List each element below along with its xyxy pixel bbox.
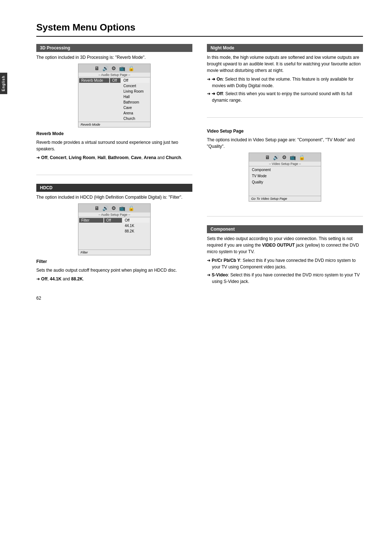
osd-icon-3: ⚙ bbox=[111, 65, 116, 71]
osd-icon-1: 🖥 bbox=[94, 65, 99, 71]
reverb-mode-arrow: ➜ Off, Concert, Living Room, Hall, Bathr… bbox=[36, 154, 192, 161]
hdcd-icon-5: 🔒 bbox=[128, 205, 134, 211]
osd-option-bathroom: Bathroom bbox=[79, 100, 150, 105]
component-header: Component bbox=[207, 225, 363, 233]
video-icon-1: 🖥 bbox=[265, 154, 270, 160]
video-icon-3: ⚙ bbox=[282, 154, 287, 160]
hdcd-osd-label: – Audio Setup Page – bbox=[78, 212, 150, 217]
arrow-off-bold: ➜ Off bbox=[212, 91, 223, 96]
hdcd-osd-table: Filter Off Off 44.1K 88.2K bbox=[78, 217, 150, 250]
osd-option-arena: Arena bbox=[79, 111, 150, 116]
osd-option-88k: 88.2K bbox=[79, 229, 150, 234]
video-osd-icons: 🖥 🔊 ⚙ 📺 🔒 bbox=[249, 153, 321, 162]
video-setup-desc: The options included in Video Setup page… bbox=[207, 137, 363, 150]
osd-option-44k: 44.1K bbox=[79, 223, 150, 228]
hdcd-header: HDCD bbox=[36, 184, 192, 192]
osd-option-church: Church bbox=[79, 116, 150, 121]
night-mode-arrow-off: ➜ ➜ Off: Select this when you want to en… bbox=[207, 90, 363, 104]
osd-row-quality: Quality bbox=[250, 179, 320, 185]
osd-component-label: Component bbox=[250, 167, 320, 173]
osd-icon-4: 📺 bbox=[119, 65, 125, 71]
arrow-icon-filter: ➜ bbox=[36, 276, 40, 281]
osd-3d-footer: Reverb Mode bbox=[78, 122, 150, 127]
hdcd-icon-4: 📺 bbox=[119, 205, 125, 211]
arrow-on-text: : Select this to level out the volume. T… bbox=[212, 77, 354, 88]
osd-filter-val: Off bbox=[123, 218, 150, 223]
filter-desc: Sets the audio output cutoff frequency p… bbox=[36, 267, 192, 274]
osd-reverb-off: Off bbox=[110, 78, 121, 83]
filter-options: Off, 44.1K and 88.2K. bbox=[41, 276, 84, 281]
osd-3d-label: – Audio Setup Page – bbox=[78, 73, 150, 77]
osd-option-hall: Hall bbox=[79, 94, 150, 99]
video-icon-5: 🔒 bbox=[299, 154, 305, 160]
page-number: 62 bbox=[36, 296, 41, 301]
osd-filter-off: Off bbox=[104, 218, 122, 223]
video-icon-4: 📺 bbox=[290, 154, 296, 160]
osd-reverb-val: Off bbox=[121, 78, 150, 83]
osd-reverb-label: Reverb Mode bbox=[79, 78, 109, 83]
hdcd-osd-footer: Filter bbox=[78, 250, 150, 255]
osd-quality-label: Quality bbox=[250, 179, 320, 185]
hdcd-osd-icons: 🖥 🔊 ⚙ 📺 🔒 bbox=[78, 204, 150, 212]
osd-icons-bar: 🖥 🔊 ⚙ 📺 🔒 bbox=[78, 64, 150, 73]
hdcd-icon-3: ⚙ bbox=[111, 205, 116, 211]
osd-row-component: Component bbox=[250, 167, 320, 173]
section-component: Component Sets the video output accordin… bbox=[207, 225, 363, 287]
video-osd-screenshot: 🖥 🔊 ⚙ 📺 🔒 – Video Setup Page – Component… bbox=[249, 153, 321, 202]
divider-2 bbox=[207, 117, 363, 118]
reverb-options: Off, Concert, Living Room, Hall, Bathroo… bbox=[41, 155, 182, 160]
arrow-off-text: : Select this when you want to enjoy the… bbox=[212, 91, 352, 103]
component-arrow-pr: ➜ Pr/Cr Pb/Cb Y: Select this if you have… bbox=[207, 257, 363, 270]
osd-filter-label: Filter bbox=[79, 218, 103, 223]
video-icon-2: 🔊 bbox=[273, 154, 279, 160]
pr-bold: Pr/Cr Pb/Cb Y bbox=[212, 258, 240, 263]
section-video-setup: Video Setup Page The options included in… bbox=[207, 126, 363, 204]
sv-text: : Select this if you have connected the … bbox=[212, 272, 360, 284]
sv-bold: S-Video bbox=[212, 272, 228, 278]
page-title: System Menu Options bbox=[36, 22, 363, 37]
arrow-pr-icon: ➜ bbox=[207, 258, 212, 263]
section-night-mode: Night Mode In this mode, the high volume… bbox=[207, 44, 363, 106]
osd-empty-3 bbox=[79, 244, 150, 249]
osd-3d-table: Reverb Mode Off Off Concert Living Room … bbox=[78, 77, 150, 122]
osd-empty-v1 bbox=[250, 186, 320, 190]
night-mode-desc1: In this mode, the high volume outputs ar… bbox=[207, 54, 363, 74]
3d-osd-screenshot: 🖥 🔊 ⚙ 📺 🔒 – Audio Setup Page – Reverb Mo… bbox=[78, 64, 151, 127]
night-mode-arrow-on: ➜ ➜ On: Select this to level out the vol… bbox=[207, 76, 363, 89]
arrow-icon-reverb: ➜ bbox=[36, 155, 40, 160]
page: English System Menu Options 3D Processin… bbox=[0, 0, 392, 312]
video-setup-title: Video Setup Page bbox=[207, 128, 363, 134]
two-column-layout: 3D Processing The option included in 3D … bbox=[36, 44, 363, 290]
component-arrow-sv: ➜ S-Video: Select this if you have conne… bbox=[207, 272, 363, 285]
section-3d-processing: 3D Processing The option included in 3D … bbox=[36, 44, 192, 163]
component-desc1: Sets the video output according to your … bbox=[207, 235, 363, 255]
osd-empty-2 bbox=[79, 239, 150, 244]
osd-option-concert: Concert bbox=[79, 84, 150, 88]
osd-option-cave: Cave bbox=[79, 105, 150, 110]
arrow-on-icon: ➜ bbox=[207, 77, 212, 82]
divider-1 bbox=[36, 175, 192, 175]
filter-arrow: ➜ Off, 44.1K and 88.2K. bbox=[36, 276, 192, 282]
osd-empty-1 bbox=[79, 234, 150, 239]
video-osd-label: – Video Setup Page – bbox=[249, 162, 321, 166]
video-osd-footer: Go To Video Setup Page bbox=[249, 196, 321, 201]
divider-3 bbox=[207, 216, 363, 216]
hdcd-icon-1: 🖥 bbox=[94, 205, 99, 211]
reverb-mode-desc: Reverb mode provides a virtual surround … bbox=[36, 139, 192, 152]
hdcd-osd-screenshot: 🖥 🔊 ⚙ 📺 🔒 – Audio Setup Page – Filter Of… bbox=[78, 203, 151, 255]
hdcd-intro: The option included in HDCD (High Defini… bbox=[36, 194, 192, 200]
arrow-off-icon: ➜ bbox=[207, 91, 212, 96]
osd-icon-5: 🔒 bbox=[128, 65, 134, 71]
hdcd-icon-2: 🔊 bbox=[102, 205, 109, 211]
video-osd-table: Component TV Mode Quality bbox=[249, 166, 321, 196]
osd-row-tvmode: TV Mode bbox=[250, 173, 320, 179]
osd-icon-2: 🔊 bbox=[102, 65, 109, 71]
right-column: Night Mode In this mode, the high volume… bbox=[207, 44, 363, 290]
osd-row-reverb: Reverb Mode Off Off bbox=[79, 78, 150, 83]
arrow-sv-icon: ➜ bbox=[207, 272, 212, 278]
osd-tvmode-label: TV Mode bbox=[250, 173, 320, 179]
osd-row-filter: Filter Off Off bbox=[79, 218, 150, 223]
filter-subheading: Filter bbox=[36, 258, 192, 265]
left-column: 3D Processing The option included in 3D … bbox=[36, 44, 192, 290]
osd-option-livingroom: Living Room bbox=[79, 89, 150, 94]
